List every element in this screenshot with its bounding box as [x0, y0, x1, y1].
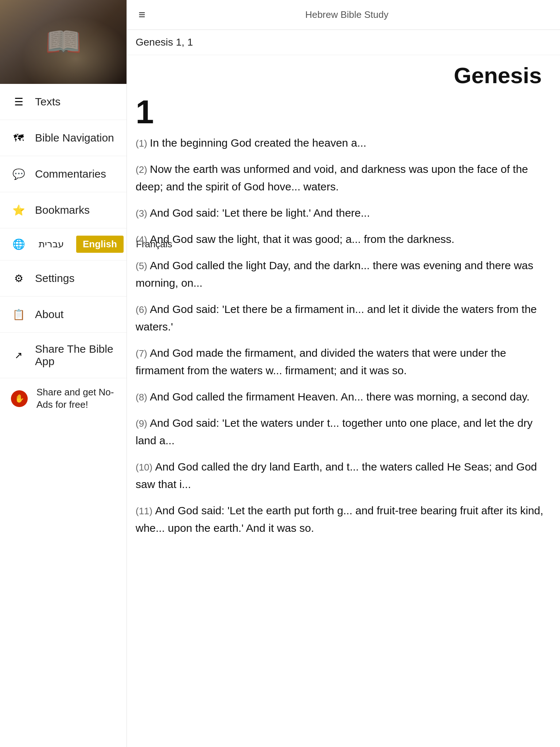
verse-2: (2) Now the earth was unformed and void,… [136, 160, 549, 196]
sidebar-item-bible-navigation[interactable]: 🗺 Bible Navigation [0, 120, 127, 156]
language-switcher: 🌐 עברית English Français [0, 228, 127, 260]
bookmarks-icon: ⭐ [11, 202, 26, 218]
app-title: Hebrew Bible Study [157, 9, 551, 20]
sidebar-item-settings[interactable]: ⚙ Settings [0, 260, 127, 297]
lang-btn-hebrew[interactable]: עברית [32, 236, 70, 253]
share-icon: ↗ [11, 348, 26, 363]
sidebar-item-commentaries-label: Commentaries [35, 168, 106, 180]
sidebar-item-bookmarks[interactable]: ⭐ Bookmarks [0, 192, 127, 228]
sidebar-item-about-label: About [35, 308, 63, 321]
commentaries-icon: 💬 [11, 166, 26, 182]
noad-icon: ✋ [11, 390, 28, 407]
sidebar-item-bible-navigation-label: Bible Navigation [35, 132, 114, 144]
hero-image [0, 0, 127, 84]
sidebar-item-bookmarks-label: Bookmarks [35, 204, 90, 216]
sidebar-item-share-noad-label: Share and get No-Ads for free! [36, 386, 116, 411]
book-title: Genesis [136, 62, 549, 88]
verse-8: (8) And God called the firmament Heaven.… [136, 388, 549, 406]
sidebar-item-texts-label: Texts [35, 96, 61, 108]
texts-icon: ☰ [11, 94, 26, 109]
verse-4: (4) And God saw the light, that it was g… [136, 231, 549, 248]
lang-btn-english[interactable]: English [76, 236, 124, 253]
sidebar-item-share-label: Share The Bible App [35, 343, 116, 368]
chapter-number: 1 [136, 96, 549, 128]
nav-items-container: ☰ Texts 🗺 Bible Navigation 💬 Commentarie… [0, 84, 127, 228]
main-content: ≡ Hebrew Bible Study Genesis 1, 1 Genesi… [127, 0, 560, 747]
verse-7: (7) And God made the firmament, and divi… [136, 344, 549, 379]
verse-1: (1) In the beginning God created the hea… [136, 134, 549, 152]
verse-10: (10) And God called the dry land Earth, … [136, 458, 549, 493]
settings-icon: ⚙ [11, 271, 26, 286]
about-icon: 📋 [11, 307, 26, 322]
sidebar: ☰ Texts 🗺 Bible Navigation 💬 Commentarie… [0, 0, 127, 747]
hamburger-button[interactable]: ≡ [136, 7, 148, 23]
sidebar-item-commentaries[interactable]: 💬 Commentaries [0, 156, 127, 192]
verse-3: (3) And God said: 'Let there be light.' … [136, 204, 549, 222]
bible-nav-icon: 🗺 [11, 130, 26, 146]
sidebar-item-texts[interactable]: ☰ Texts [0, 84, 127, 120]
sidebar-item-share-noad[interactable]: ✋ Share and get No-Ads for free! [0, 378, 127, 419]
verse-6: (6) And God said: 'Let there be a firmam… [136, 301, 549, 336]
sidebar-item-settings-label: Settings [35, 272, 74, 285]
breadcrumb: Genesis 1, 1 [127, 30, 560, 55]
verse-5: (5) And God called the light Day, and th… [136, 257, 549, 292]
sidebar-item-share[interactable]: ↗ Share The Bible App [0, 333, 127, 378]
sidebar-item-about[interactable]: 📋 About [0, 297, 127, 333]
hero-canvas [0, 0, 127, 84]
content-area[interactable]: Genesis 1 (1) In the beginning God creat… [127, 55, 560, 747]
globe-icon: 🌐 [11, 237, 26, 252]
top-bar: ≡ Hebrew Bible Study [127, 0, 560, 30]
verse-11: (11) And God said: 'Let the earth put fo… [136, 502, 549, 537]
verse-9: (9) And God said: 'Let the waters under … [136, 414, 549, 449]
